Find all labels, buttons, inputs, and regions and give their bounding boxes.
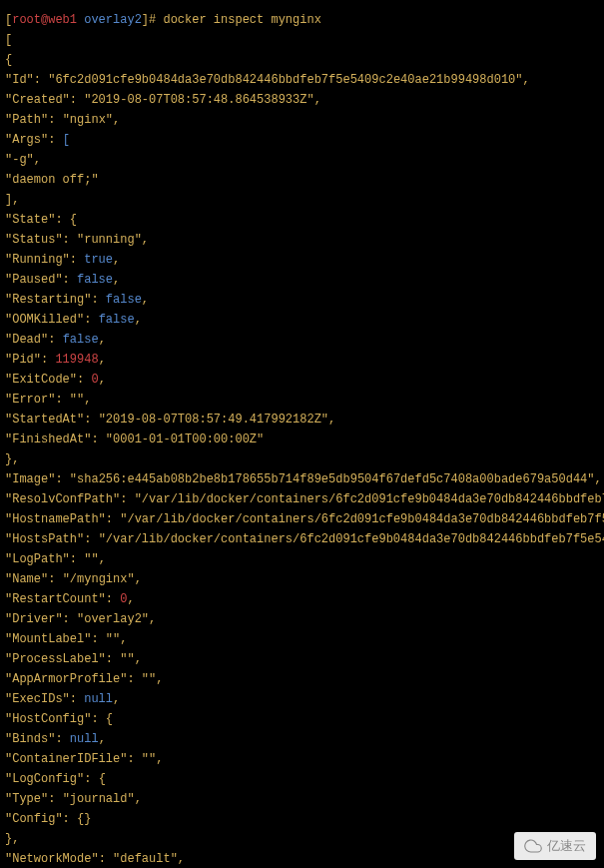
json-line: "FinishedAt": "0001-01-01T00:00:00Z" xyxy=(5,430,599,449)
json-line: "Paused": false, xyxy=(5,270,599,290)
command: docker inspect mynginx xyxy=(163,13,320,27)
json-line: "Args": [ xyxy=(5,130,599,150)
json-line: { xyxy=(5,50,599,70)
json-line: "Status": "running", xyxy=(5,230,599,250)
json-line: "HostnamePath": "/var/lib/docker/contain… xyxy=(5,509,599,529)
prompt-user: root@web1 xyxy=(12,13,77,27)
json-line: "Name": "/mynginx", xyxy=(5,569,599,589)
json-line: "LogPath": "", xyxy=(5,549,599,569)
json-line: "daemon off;" xyxy=(5,170,599,190)
json-line: "StartedAt": "2019-08-07T08:57:49.417992… xyxy=(5,410,599,430)
json-line: "Image": "sha256:e445ab08b2be8b178655b71… xyxy=(5,469,599,489)
json-line: }, xyxy=(5,829,599,849)
json-line: "State": { xyxy=(5,210,599,230)
json-line: "ExitCode": 0, xyxy=(5,370,599,390)
prompt-path: overlay2 xyxy=(84,13,142,27)
json-line: "AppArmorProfile": "", xyxy=(5,669,599,689)
watermark-text: 亿速云 xyxy=(547,836,586,856)
json-line: "Id": "6fc2d091cfe9b0484da3e70db842446bb… xyxy=(5,70,599,90)
json-line: ], xyxy=(5,190,599,210)
watermark: 亿速云 xyxy=(514,832,596,860)
json-line: "LogConfig": { xyxy=(5,769,599,789)
json-line: }, xyxy=(5,449,599,469)
json-line: "ContainerIDFile": "", xyxy=(5,749,599,769)
json-line: "ResolvConfPath": "/var/lib/docker/conta… xyxy=(5,489,599,509)
json-line: "HostConfig": { xyxy=(5,709,599,729)
json-line: "-g", xyxy=(5,150,599,170)
json-line: "ExecIDs": null, xyxy=(5,689,599,709)
json-line: "NetworkMode": "default", xyxy=(5,849,599,868)
json-line: "Restarting": false, xyxy=(5,290,599,310)
json-line: "ProcessLabel": "", xyxy=(5,649,599,669)
json-line: [ xyxy=(5,30,599,50)
json-line: "Config": {} xyxy=(5,809,599,829)
prompt-line[interactable]: [root@web1 overlay2]# docker inspect myn… xyxy=(5,10,599,30)
json-line: "HostsPath": "/var/lib/docker/containers… xyxy=(5,529,599,549)
cloud-icon xyxy=(524,837,542,855)
json-line: "Type": "journald", xyxy=(5,789,599,809)
json-line: "Path": "nginx", xyxy=(5,110,599,130)
json-line: "Error": "", xyxy=(5,390,599,410)
json-line: "Created": "2019-08-07T08:57:48.86453893… xyxy=(5,90,599,110)
json-line: "OOMKilled": false, xyxy=(5,310,599,330)
json-line: "Binds": null, xyxy=(5,729,599,749)
json-line: "Driver": "overlay2", xyxy=(5,609,599,629)
json-line: "RestartCount": 0, xyxy=(5,589,599,609)
json-line: "Dead": false, xyxy=(5,330,599,350)
json-line: "MountLabel": "", xyxy=(5,629,599,649)
json-line: "Pid": 119948, xyxy=(5,350,599,370)
json-line: "Running": true, xyxy=(5,250,599,270)
